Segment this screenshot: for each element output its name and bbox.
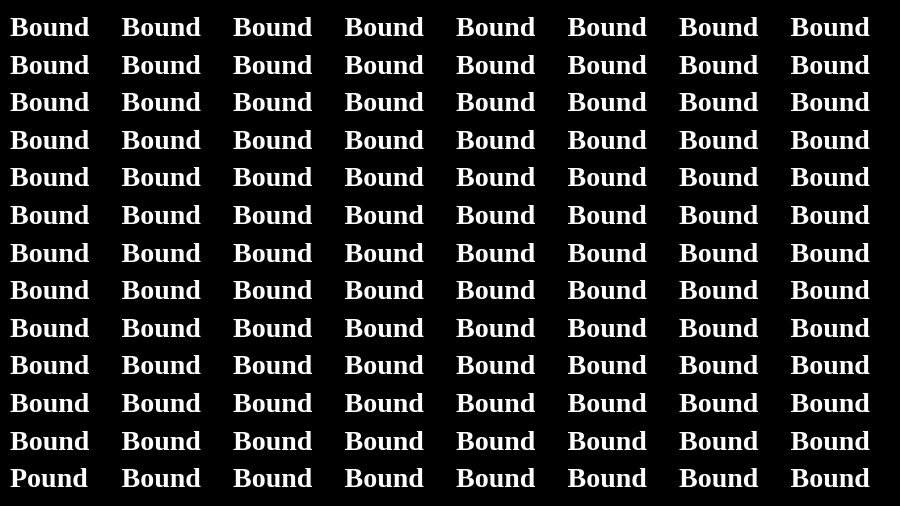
word-r10-c4: Bound: [450, 384, 541, 422]
word-r4-c2: Bound: [227, 158, 318, 196]
word-r12-c7: Bound: [785, 459, 876, 497]
word-r0-c7: Bound: [785, 8, 876, 46]
word-r3-c7: Bound: [785, 121, 876, 159]
word-r8-c0: Bound: [4, 309, 95, 347]
word-r13-c4: Bound: [450, 497, 541, 506]
word-r0-c2: Bound: [227, 8, 318, 46]
word-r13-c7: Bound: [785, 497, 876, 506]
word-r11-c5: Bound: [562, 422, 653, 460]
word-r12-c2: Bound: [227, 459, 318, 497]
word-r9-c7: Bound: [785, 346, 876, 384]
word-r13-c0: Bound: [4, 497, 95, 506]
word-r3-c0: Bound: [4, 121, 95, 159]
word-r13-c5: Bound: [562, 497, 653, 506]
word-r11-c0: Bound: [4, 422, 95, 460]
word-r8-c4: Bound: [450, 309, 541, 347]
word-r5-c4: Bound: [450, 196, 541, 234]
word-r4-c1: Bound: [116, 158, 207, 196]
word-r2-c1: Bound: [116, 83, 207, 121]
word-r10-c7: Bound: [785, 384, 876, 422]
word-r7-c6: Bound: [673, 271, 764, 309]
word-r9-c4: Bound: [450, 346, 541, 384]
word-r4-c4: Bound: [450, 158, 541, 196]
word-r2-c2: Bound: [227, 83, 318, 121]
word-r9-c1: Bound: [116, 346, 207, 384]
word-r11-c1: Bound: [116, 422, 207, 460]
word-r5-c2: Bound: [227, 196, 318, 234]
word-r1-c6: Bound: [673, 46, 764, 84]
word-r11-c7: Bound: [785, 422, 876, 460]
word-r2-c0: Bound: [4, 83, 95, 121]
word-r4-c3: Bound: [339, 158, 430, 196]
word-r10-c6: Bound: [673, 384, 764, 422]
word-r4-c6: Bound: [673, 158, 764, 196]
word-r10-c5: Bound: [562, 384, 653, 422]
word-r9-c3: Bound: [339, 346, 430, 384]
word-r6-c1: Bound: [116, 234, 207, 272]
word-r9-c2: Bound: [227, 346, 318, 384]
word-r4-c0: Bound: [4, 158, 95, 196]
word-r0-c5: Bound: [562, 8, 653, 46]
word-r11-c4: Bound: [450, 422, 541, 460]
word-grid: BoundBoundBoundBoundBoundBoundBoundBound…: [0, 0, 900, 506]
word-r2-c4: Bound: [450, 83, 541, 121]
word-r6-c0: Bound: [4, 234, 95, 272]
word-r2-c7: Bound: [785, 83, 876, 121]
word-r7-c5: Bound: [562, 271, 653, 309]
word-r11-c2: Bound: [227, 422, 318, 460]
word-r0-c0: Bound: [4, 8, 95, 46]
word-r7-c2: Bound: [227, 271, 318, 309]
word-r1-c7: Bound: [785, 46, 876, 84]
word-r5-c1: Bound: [116, 196, 207, 234]
word-r13-c3: Bound: [339, 497, 430, 506]
word-r8-c2: Bound: [227, 309, 318, 347]
word-r12-c6: Bound: [673, 459, 764, 497]
word-r8-c6: Bound: [673, 309, 764, 347]
word-r9-c0: Bound: [4, 346, 95, 384]
word-r1-c0: Bound: [4, 46, 95, 84]
word-r8-c1: Bound: [116, 309, 207, 347]
word-r6-c2: Bound: [227, 234, 318, 272]
word-r11-c3: Bound: [339, 422, 430, 460]
word-r12-c0: Pound: [4, 459, 94, 497]
word-r7-c0: Bound: [4, 271, 95, 309]
word-r6-c4: Bound: [450, 234, 541, 272]
word-r0-c6: Bound: [673, 8, 764, 46]
word-r6-c7: Bound: [785, 234, 876, 272]
word-r12-c5: Bound: [562, 459, 653, 497]
word-r3-c1: Bound: [116, 121, 207, 159]
word-r4-c5: Bound: [562, 158, 653, 196]
word-r8-c7: Bound: [785, 309, 876, 347]
word-r8-c3: Bound: [339, 309, 430, 347]
word-r2-c5: Bound: [562, 83, 653, 121]
word-r5-c3: Bound: [339, 196, 430, 234]
word-r3-c2: Bound: [227, 121, 318, 159]
word-r7-c4: Bound: [450, 271, 541, 309]
word-r5-c7: Bound: [785, 196, 876, 234]
word-r6-c6: Bound: [673, 234, 764, 272]
word-r12-c1: Bound: [116, 459, 207, 497]
word-r2-c6: Bound: [673, 83, 764, 121]
word-r7-c3: Bound: [339, 271, 430, 309]
word-r4-c7: Bound: [785, 158, 876, 196]
word-r13-c6: Bound: [673, 497, 764, 506]
word-r10-c3: Bound: [339, 384, 430, 422]
word-r1-c3: Bound: [339, 46, 430, 84]
word-r12-c4: Bound: [450, 459, 541, 497]
word-r7-c7: Bound: [785, 271, 876, 309]
word-r5-c5: Bound: [562, 196, 653, 234]
word-r3-c4: Bound: [450, 121, 541, 159]
word-r8-c5: Bound: [562, 309, 653, 347]
word-r5-c0: Bound: [4, 196, 95, 234]
word-r13-c1: Bound: [116, 497, 207, 506]
word-r10-c1: Bound: [116, 384, 207, 422]
word-r3-c5: Bound: [562, 121, 653, 159]
word-r1-c2: Bound: [227, 46, 318, 84]
word-r3-c6: Bound: [673, 121, 764, 159]
word-r9-c6: Bound: [673, 346, 764, 384]
word-r1-c5: Bound: [562, 46, 653, 84]
word-r0-c3: Bound: [339, 8, 430, 46]
word-r0-c4: Bound: [450, 8, 541, 46]
word-r13-c2: Bound: [227, 497, 318, 506]
word-r11-c6: Bound: [673, 422, 764, 460]
